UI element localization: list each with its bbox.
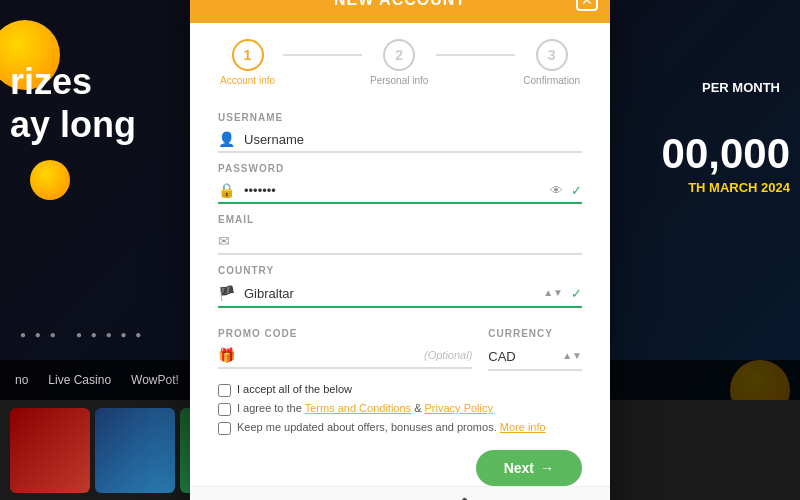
currency-label: CURRENCY — [488, 328, 582, 339]
terms-text: I agree to the Terms and Conditions & Pr… — [237, 402, 493, 414]
steps-bar: 1 Account info 2 Personal info 3 Confirm… — [190, 23, 610, 102]
new-account-modal: NEW ACCOUNT ✕ 1 Account info 2 Personal … — [190, 0, 610, 500]
email-icon: ✉ — [218, 233, 236, 249]
step-line-2 — [436, 54, 515, 56]
modal-title: NEW ACCOUNT — [334, 0, 466, 8]
offers-text: Keep me updated about offers, bonuses an… — [237, 421, 546, 433]
country-select[interactable]: Gibraltar United Kingdom Canada — [244, 286, 563, 301]
select-arrows-icon: ▲▼ — [543, 288, 563, 298]
step-3: 3 Confirmation — [523, 39, 580, 86]
password-check-icon: ✓ — [571, 183, 582, 198]
promo-input[interactable] — [244, 348, 412, 363]
step-1-circle: 1 — [232, 39, 264, 71]
offers-checkbox[interactable] — [218, 422, 231, 435]
lock-icon: 🔒 — [218, 182, 236, 198]
promo-label: PROMO CODE — [218, 328, 472, 339]
password-input[interactable] — [244, 183, 542, 198]
next-button[interactable]: Next → — [476, 450, 582, 486]
email-label: EMAIL — [218, 214, 582, 225]
gift-icon: 🎁 — [218, 347, 236, 363]
promo-currency-row: PROMO CODE 🎁 (Optional) CURRENCY CAD USD — [218, 318, 582, 371]
eye-icon[interactable]: 👁 — [550, 183, 563, 198]
step-1-label: Account info — [220, 75, 275, 86]
step-3-label: Confirmation — [523, 75, 580, 86]
currency-arrows-icon: ▲▼ — [562, 351, 582, 361]
step-2-circle: 2 — [383, 39, 415, 71]
accept-all-checkbox[interactable] — [218, 384, 231, 397]
step-line-1 — [283, 54, 362, 56]
username-label: USERNAME — [218, 112, 582, 123]
currency-select-wrapper: CAD USD EUR GBP ▲▼ — [488, 347, 582, 365]
next-arrow-icon: → — [540, 460, 554, 476]
terms-row: I agree to the Terms and Conditions & Pr… — [218, 402, 582, 416]
offers-row: Keep me updated about offers, bonuses an… — [218, 421, 582, 435]
close-button[interactable]: ✕ — [576, 0, 598, 11]
modal-header: NEW ACCOUNT ✕ — [190, 0, 610, 23]
email-input[interactable] — [244, 234, 582, 249]
promo-col: PROMO CODE 🎁 (Optional) — [218, 318, 472, 371]
username-row: 👤 — [218, 127, 582, 153]
promo-row: 🎁 (Optional) — [218, 343, 472, 369]
terms-link[interactable]: Terms and Conditions — [305, 402, 411, 414]
country-select-wrapper: Gibraltar United Kingdom Canada ▲▼ — [244, 284, 563, 302]
step-1: 1 Account info — [220, 39, 275, 86]
accept-all-row: I accept all of the below — [218, 383, 582, 397]
country-row: 🏴 Gibraltar United Kingdom Canada ▲▼ ✓ — [218, 280, 582, 308]
country-label: COUNTRY — [218, 265, 582, 276]
modal-footer: Already a member? LOG IN Need Help? 📞 Ca… — [190, 486, 610, 500]
terms-checkbox[interactable] — [218, 403, 231, 416]
flag-icon: 🏴 — [218, 285, 236, 301]
password-label: PASSWORD — [218, 163, 582, 174]
modal-body: USERNAME 👤 PASSWORD 🔒 👁 ✓ EMAIL ✉ COUNTR… — [190, 112, 610, 456]
privacy-link[interactable]: Privacy Policy — [425, 402, 493, 414]
user-icon: 👤 — [218, 131, 236, 147]
email-row: ✉ — [218, 229, 582, 255]
currency-col: CURRENCY CAD USD EUR GBP ▲▼ — [488, 318, 582, 371]
country-check-icon: ✓ — [571, 286, 582, 301]
step-3-circle: 3 — [536, 39, 568, 71]
step-2-label: Personal info — [370, 75, 428, 86]
offers-more-link[interactable]: More info — [500, 421, 546, 433]
step-2: 2 Personal info — [370, 39, 428, 86]
optional-hint: (Optional) — [424, 349, 472, 361]
modal-overlay: NEW ACCOUNT ✕ 1 Account info 2 Personal … — [0, 0, 800, 500]
password-row: 🔒 👁 ✓ — [218, 178, 582, 204]
checkbox-section: I accept all of the below I agree to the… — [218, 383, 582, 435]
username-input[interactable] — [244, 132, 582, 147]
accept-all-label: I accept all of the below — [237, 383, 352, 395]
currency-row: CAD USD EUR GBP ▲▼ — [488, 343, 582, 371]
